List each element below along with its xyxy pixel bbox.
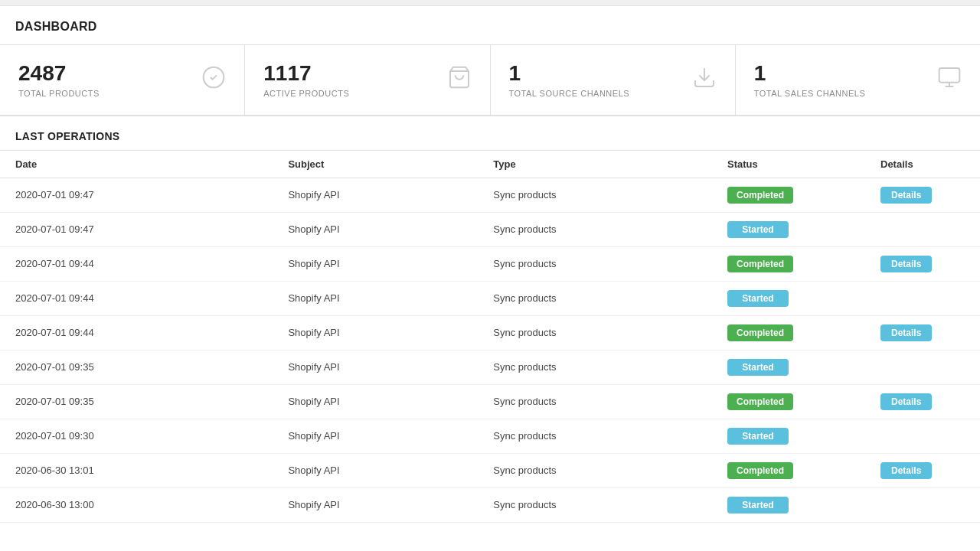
stat-label-active-products: ACTIVE PRODUCTS (263, 89, 349, 98)
cell-subject: Shopify API (273, 178, 478, 212)
cell-type: Sync products (478, 246, 712, 281)
cell-subject: Shopify API (273, 419, 478, 453)
cell-subject: Shopify API (273, 315, 478, 350)
svg-rect-3 (939, 68, 960, 83)
details-button[interactable]: Details (880, 187, 932, 204)
col-header-details: Details (865, 150, 980, 178)
table-row: 2020-07-01 09:47 Shopify API Sync produc… (0, 212, 980, 246)
top-bar (0, 0, 980, 6)
status-badge: Started (727, 428, 789, 445)
stat-left-total-products: 2487 TOTAL PRODUCTS (18, 62, 100, 98)
cell-date: 2020-07-01 09:44 (0, 281, 273, 315)
cell-subject: Shopify API (273, 350, 478, 384)
stat-card-total-sales-channels: 1 TOTAL SALES CHANNELS (736, 45, 980, 115)
table-row: 2020-07-01 09:44 Shopify API Sync produc… (0, 246, 980, 281)
cell-details: Details (865, 453, 980, 487)
details-button[interactable]: Details (880, 324, 932, 341)
col-header-type: Type (478, 150, 712, 178)
page-header: DASHBOARD (0, 6, 980, 45)
cell-details: Details (865, 384, 980, 419)
status-badge: Completed (727, 462, 793, 479)
stat-number-total-products: 2487 (18, 62, 100, 86)
status-badge: Started (727, 290, 789, 307)
cell-date: 2020-07-01 09:47 (0, 212, 273, 246)
table-row: 2020-07-01 09:35 Shopify API Sync produc… (0, 350, 980, 384)
cell-subject: Shopify API (273, 246, 478, 281)
cell-status: Completed (712, 453, 865, 487)
status-badge: Started (727, 497, 789, 514)
table-header-row: Date Subject Type Status Details (0, 150, 980, 178)
details-button[interactable]: Details (880, 256, 932, 272)
status-badge: Started (727, 359, 789, 376)
stat-label-total-sales-channels: TOTAL SALES CHANNELS (754, 89, 866, 98)
cell-status: Completed (712, 178, 865, 212)
status-badge: Started (727, 221, 789, 238)
cell-type: Sync products (478, 384, 712, 419)
cart-icon (447, 65, 472, 95)
cell-type: Sync products (478, 315, 712, 350)
cell-details: Details (865, 246, 980, 281)
cell-details (865, 212, 980, 246)
stat-card-total-source-channels: 1 TOTAL SOURCE CHANNELS (491, 45, 736, 115)
col-header-status: Status (712, 150, 865, 178)
cell-status: Completed (712, 384, 865, 419)
cell-details (865, 350, 980, 384)
details-button[interactable]: Details (880, 393, 932, 410)
stat-number-active-products: 1117 (263, 62, 349, 86)
cell-type: Sync products (478, 178, 712, 212)
table-row: 2020-07-01 09:30 Shopify API Sync produc… (0, 419, 980, 453)
operations-table: Date Subject Type Status Details 2020-07… (0, 150, 980, 523)
table-row: 2020-07-01 09:44 Shopify API Sync produc… (0, 315, 980, 350)
cell-type: Sync products (478, 350, 712, 384)
stat-left-active-products: 1117 ACTIVE PRODUCTS (263, 62, 349, 98)
cell-date: 2020-07-01 09:30 (0, 419, 273, 453)
cell-details: Details (865, 315, 980, 350)
table-row: 2020-06-30 13:01 Shopify API Sync produc… (0, 453, 980, 487)
table-row: 2020-06-30 13:00 Shopify API Sync produc… (0, 487, 980, 522)
stat-label-total-products: TOTAL PRODUCTS (18, 89, 100, 98)
cell-date: 2020-07-01 09:35 (0, 384, 273, 419)
status-badge: Completed (727, 324, 793, 341)
cell-details (865, 419, 980, 453)
cell-date: 2020-07-01 09:47 (0, 178, 273, 212)
col-header-subject: Subject (273, 150, 478, 178)
cell-status: Started (712, 350, 865, 384)
stat-card-active-products: 1117 ACTIVE PRODUCTS (245, 45, 490, 115)
cell-subject: Shopify API (273, 487, 478, 522)
cell-status: Completed (712, 315, 865, 350)
cell-details: Details (865, 178, 980, 212)
details-button[interactable]: Details (880, 462, 932, 479)
cell-subject: Shopify API (273, 453, 478, 487)
table-row: 2020-07-01 09:44 Shopify API Sync produc… (0, 281, 980, 315)
cell-status: Started (712, 281, 865, 315)
status-badge: Completed (727, 187, 793, 204)
cell-date: 2020-07-01 09:44 (0, 246, 273, 281)
cell-details (865, 281, 980, 315)
stats-row: 2487 TOTAL PRODUCTS 1117 ACTIVE PRODUCTS (0, 45, 980, 116)
cell-subject: Shopify API (273, 384, 478, 419)
cell-status: Completed (712, 246, 865, 281)
stat-left-total-sales-channels: 1 TOTAL SALES CHANNELS (754, 62, 866, 98)
check-circle-icon (201, 65, 226, 95)
status-badge: Completed (727, 256, 793, 272)
stat-number-total-source-channels: 1 (509, 62, 630, 86)
cell-status: Started (712, 419, 865, 453)
cell-date: 2020-06-30 13:00 (0, 487, 273, 522)
page-title: DASHBOARD (15, 20, 97, 33)
stat-left-total-source-channels: 1 TOTAL SOURCE CHANNELS (509, 62, 630, 98)
cell-details (865, 487, 980, 522)
cell-status: Started (712, 212, 865, 246)
col-header-date: Date (0, 150, 273, 178)
sales-icon (937, 65, 962, 95)
cell-type: Sync products (478, 419, 712, 453)
cell-type: Sync products (478, 281, 712, 315)
stat-label-total-source-channels: TOTAL SOURCE CHANNELS (509, 89, 630, 98)
cell-date: 2020-07-01 09:35 (0, 350, 273, 384)
section-header-last-operations: LAST OPERATIONS (0, 116, 980, 150)
cell-type: Sync products (478, 487, 712, 522)
cell-subject: Shopify API (273, 212, 478, 246)
page-wrapper: DASHBOARD 2487 TOTAL PRODUCTS 1117 ACTIV… (0, 0, 980, 551)
cell-date: 2020-07-01 09:44 (0, 315, 273, 350)
cell-status: Started (712, 487, 865, 522)
table-row: 2020-07-01 09:35 Shopify API Sync produc… (0, 384, 980, 419)
